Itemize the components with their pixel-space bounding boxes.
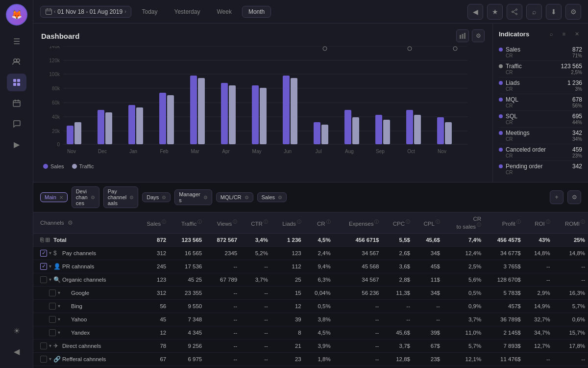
row-expand-icon[interactable]: ▾	[58, 316, 60, 322]
filter-main[interactable]: Main ✕	[40, 192, 68, 202]
row-checkbox[interactable]	[49, 289, 56, 296]
arrow-left-icon[interactable]: ◀	[467, 4, 483, 20]
filter-mql-settings[interactable]: ⚙	[245, 195, 249, 200]
row-ctr: 5,2%	[240, 246, 271, 260]
row-cpl: 39$	[413, 326, 443, 339]
indicator-sub: CR	[506, 153, 572, 158]
filter-settings-button[interactable]: ⚙	[567, 190, 581, 204]
period-yesterday[interactable]: Yesterday	[168, 6, 207, 18]
row-sales: 312	[135, 246, 170, 260]
row-expenses: --	[334, 313, 382, 326]
row-cr-sales: 0,9%	[443, 299, 484, 313]
indicators-close-icon[interactable]: ✕	[571, 28, 582, 39]
total-copy-icon[interactable]: ⎘	[40, 237, 44, 243]
indicator-value: 872 71%	[572, 46, 582, 58]
row-checkbox[interactable]	[49, 303, 56, 310]
row-checkbox[interactable]: ✓	[40, 263, 47, 270]
svg-rect-4	[13, 83, 16, 86]
sidebar-item-menu[interactable]: ☰	[7, 32, 26, 50]
row-expand-icon[interactable]: ▾	[49, 356, 51, 362]
next-arrow[interactable]: ›	[124, 9, 126, 14]
share-icon[interactable]	[507, 4, 522, 20]
sidebar-item-dashboard[interactable]	[7, 74, 26, 91]
row-expand-icon[interactable]: ▾	[49, 277, 51, 282]
indicator-row: Canceled order CR 459 23%	[499, 144, 582, 161]
total-views: 872 567	[205, 233, 240, 246]
filter-manager[interactable]: Managers ⚙	[174, 189, 212, 205]
row-sales: 245	[135, 260, 170, 273]
row-cpl: 34$	[413, 246, 443, 260]
row-cpl: --	[413, 299, 443, 313]
row-cr-sales: 5,7%	[443, 339, 484, 352]
table-body: ⎘ ⊞ Total 872 123 565 872 567 3,4% 1 236…	[33, 233, 588, 368]
filter-days[interactable]: Days ⚙	[142, 192, 171, 202]
row-checkbox[interactable]	[49, 329, 56, 336]
filter-sales-settings[interactable]: ⚙	[278, 195, 282, 200]
add-filter-button[interactable]: +	[550, 190, 564, 204]
filter-mql[interactable]: MQL/CR ⚙	[216, 192, 253, 202]
sidebar-item-messages[interactable]	[7, 115, 26, 132]
filter-manager-settings[interactable]: ⚙	[203, 195, 208, 200]
period-month[interactable]: Month	[242, 6, 271, 18]
period-today[interactable]: Today	[135, 6, 164, 18]
row-expand-icon[interactable]: ▾	[49, 343, 51, 348]
row-expand-icon[interactable]: ▾	[49, 263, 51, 269]
row-cr: 4,5%	[304, 326, 334, 339]
row-cpl: --	[413, 313, 443, 326]
sidebar-item-calendar[interactable]	[7, 94, 26, 112]
row-expand-icon[interactable]: ▾	[58, 330, 60, 335]
indicators-title: Indicators	[499, 30, 529, 38]
filter-pay-channels[interactable]: Paychannelaals ⚙	[103, 186, 139, 208]
filter-days-settings[interactable]: ⚙	[162, 195, 166, 200]
row-liads: 39	[271, 313, 304, 326]
filter-pay-settings[interactable]: ⚙	[129, 195, 134, 200]
chart-settings-icon[interactable]: ⚙	[472, 29, 485, 42]
row-romi: --	[553, 273, 588, 286]
sidebar-item-theme[interactable]: ☀	[7, 322, 26, 340]
date-range-button[interactable]: ‹ 01 Nov 18 - 01 Aug 2019 ›	[40, 6, 131, 18]
filter-devices-settings[interactable]: ⚙	[91, 195, 95, 200]
row-expand-icon[interactable]: ▾	[58, 290, 60, 295]
row-expand-icon[interactable]: ▾	[49, 250, 51, 256]
row-views: 23 745	[205, 366, 240, 368]
row-channel-name: Bing	[71, 303, 82, 309]
filter-sales[interactable]: Sales ⚙	[257, 192, 287, 202]
sidebar-item-play[interactable]: ▶	[7, 135, 26, 153]
sidebar-item-collapse[interactable]: ◀	[7, 342, 26, 360]
svg-rect-39	[198, 78, 205, 144]
indicators-search-icon[interactable]: ⌕	[546, 28, 557, 39]
indicator-pct: 44%	[572, 120, 582, 125]
indicator-name: Traffic	[506, 63, 561, 70]
th-profit: Profitⓘ	[484, 212, 524, 233]
filter-devices[interactable]: Devichances ⚙	[72, 186, 99, 208]
row-romi: --	[553, 352, 588, 366]
indicator-sub: CR	[506, 86, 567, 92]
filter-pay-label: Paychannelaals	[108, 188, 127, 206]
svg-text:Aug: Aug	[345, 149, 354, 154]
row-checkbox[interactable]	[40, 356, 47, 363]
columns-settings-icon[interactable]: ⚙	[68, 219, 73, 226]
settings-icon[interactable]: ⚙	[565, 4, 581, 20]
total-filter-icon[interactable]: ⊞	[45, 237, 50, 243]
row-checkbox[interactable]	[49, 316, 56, 323]
row-checkbox[interactable]	[40, 276, 47, 283]
row-checkbox[interactable]	[40, 342, 47, 349]
row-checkbox[interactable]: ✓	[40, 250, 47, 257]
th-sales: Salesⓘ	[135, 212, 170, 233]
row-traffic: 9 550	[169, 299, 205, 313]
search-icon[interactable]: ⌕	[526, 4, 542, 20]
row-expand-icon[interactable]: ▾	[58, 303, 60, 309]
star-icon[interactable]: ★	[487, 4, 503, 20]
indicators-list-icon[interactable]: ≡	[559, 28, 569, 39]
row-cpc: --	[382, 299, 413, 313]
download-icon[interactable]: ⬇	[546, 4, 562, 20]
sidebar-item-users[interactable]	[7, 53, 26, 71]
avatar[interactable]: 🦊	[6, 4, 27, 26]
legend-sales: Sales	[43, 163, 64, 169]
prev-arrow[interactable]: ‹	[54, 9, 55, 14]
period-week[interactable]: Week	[210, 6, 238, 18]
row-roi: 32,7%	[524, 313, 553, 326]
chart-container: Dashboard ⚙	[33, 24, 492, 182]
filter-main-remove[interactable]: ✕	[59, 195, 63, 200]
chart-bar-icon[interactable]	[456, 29, 469, 42]
